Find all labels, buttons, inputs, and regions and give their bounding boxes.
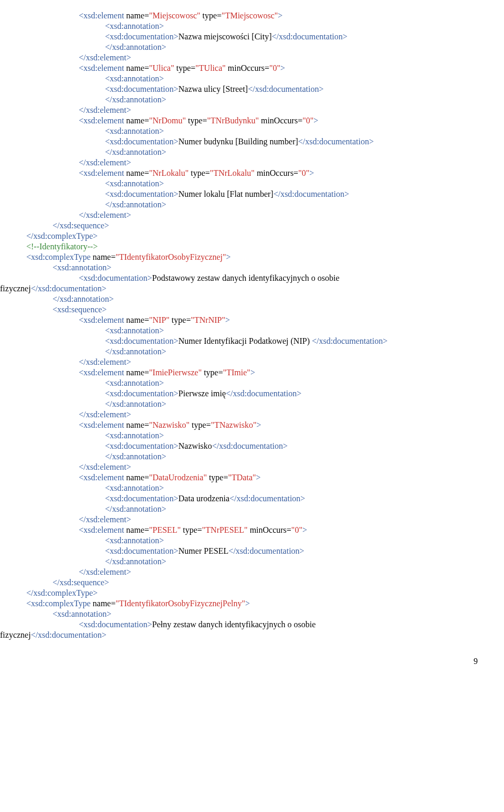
- documentation-cont: fizycznej</xsd:documentation>: [0, 283, 478, 294]
- element-open: <xsd:element name="Miejscowosc" type="TM…: [79, 10, 478, 21]
- complextype-close: </xsd:complexType>: [26, 588, 478, 598]
- annotation-close: </xsd:annotation>: [105, 346, 478, 357]
- element-close: </xsd:element>: [79, 210, 478, 220]
- annotation-open: <xsd:annotation>: [105, 325, 478, 336]
- annotation-open: <xsd:annotation>: [105, 73, 478, 84]
- annotation-close: </xsd:annotation>: [105, 399, 478, 409]
- annotation-open: <xsd:annotation>: [52, 262, 478, 273]
- annotation-close: </xsd:annotation>: [52, 294, 478, 304]
- element-close: </xsd:element>: [79, 567, 478, 577]
- documentation: <xsd:documentation>Nazwa ulicy [Street]<…: [105, 84, 478, 94]
- documentation-cont: fizycznej</xsd:documentation>: [0, 630, 478, 640]
- element-close: </xsd:element>: [79, 52, 478, 63]
- sequence-open: <xsd:sequence>: [52, 304, 478, 315]
- element-open: <xsd:element name="PESEL" type="TNrPESEL…: [79, 525, 478, 535]
- element-open: <xsd:element name="Ulica" type="TUlica" …: [79, 63, 478, 73]
- element-close: </xsd:element>: [79, 462, 478, 472]
- documentation: <xsd:documentation>Nazwa miejscowości [C…: [105, 31, 478, 42]
- xml-content: <xsd:element name="Miejscowosc" type="TM…: [26, 10, 478, 640]
- documentation: <xsd:documentation>Numer PESEL</xsd:docu…: [105, 546, 478, 556]
- annotation-open: <xsd:annotation>: [105, 535, 478, 546]
- annotation-open: <xsd:annotation>: [105, 483, 478, 493]
- documentation: <xsd:documentation>Data urodzenia</xsd:d…: [105, 493, 478, 504]
- annotation-open: <xsd:annotation>: [105, 430, 478, 441]
- element-close: </xsd:element>: [79, 357, 478, 367]
- annotation-close: </xsd:annotation>: [105, 147, 478, 157]
- element-open: <xsd:element name="NrDomu" type="TNrBudy…: [79, 115, 478, 126]
- element-close: </xsd:element>: [79, 157, 478, 168]
- element-close: </xsd:element>: [79, 409, 478, 420]
- annotation-open: <xsd:annotation>: [105, 178, 478, 189]
- annotation-close: </xsd:annotation>: [105, 504, 478, 514]
- page-number: 9: [26, 656, 478, 667]
- documentation: <xsd:documentation>Nazwisko</xsd:documen…: [105, 441, 478, 451]
- annotation-close: </xsd:annotation>: [105, 42, 478, 52]
- documentation: <xsd:documentation>Numer lokalu [Flat nu…: [105, 189, 478, 199]
- element-open: <xsd:element name="ImiePierwsze" type="T…: [79, 367, 478, 378]
- annotation-open: <xsd:annotation>: [105, 378, 478, 388]
- annotation-close: </xsd:annotation>: [105, 451, 478, 462]
- complextype-open: <xsd:complexType name="TIdentyfikatorOso…: [26, 252, 478, 262]
- documentation: <xsd:documentation>Podstawowy zestaw dan…: [79, 273, 478, 283]
- sequence-close: </xsd:sequence>: [52, 577, 478, 588]
- annotation-open: <xsd:annotation>: [105, 21, 478, 31]
- element-open: <xsd:element name="Nazwisko" type="TNazw…: [79, 420, 478, 430]
- documentation: <xsd:documentation>Pełny zestaw danych i…: [79, 619, 478, 630]
- annotation-close: </xsd:annotation>: [105, 199, 478, 210]
- annotation-close: </xsd:annotation>: [105, 556, 478, 567]
- element-open: <xsd:element name="NrLokalu" type="TNrLo…: [79, 168, 478, 178]
- annotation-open: <xsd:annotation>: [105, 126, 478, 136]
- element-close: </xsd:element>: [79, 105, 478, 115]
- documentation: <xsd:documentation>Pierwsze imię</xsd:do…: [105, 388, 478, 399]
- annotation-open: <xsd:annotation>: [52, 609, 478, 619]
- element-open: <xsd:element name="DataUrodzenia" type="…: [79, 472, 478, 483]
- element-close: </xsd:element>: [79, 514, 478, 525]
- sequence-close: </xsd:sequence>: [52, 220, 478, 231]
- annotation-close: </xsd:annotation>: [105, 94, 478, 105]
- comment: <!--Identyfikatory-->: [26, 241, 478, 252]
- complextype-open: <xsd:complexType name="TIdentyfikatorOso…: [26, 598, 478, 609]
- documentation: <xsd:documentation>Numer budynku [Buildi…: [105, 136, 478, 147]
- complextype-close: </xsd:complexType>: [26, 231, 478, 241]
- documentation: <xsd:documentation>Numer Identyfikacji P…: [105, 336, 478, 346]
- element-open: <xsd:element name="NIP" type="TNrNIP">: [79, 315, 478, 325]
